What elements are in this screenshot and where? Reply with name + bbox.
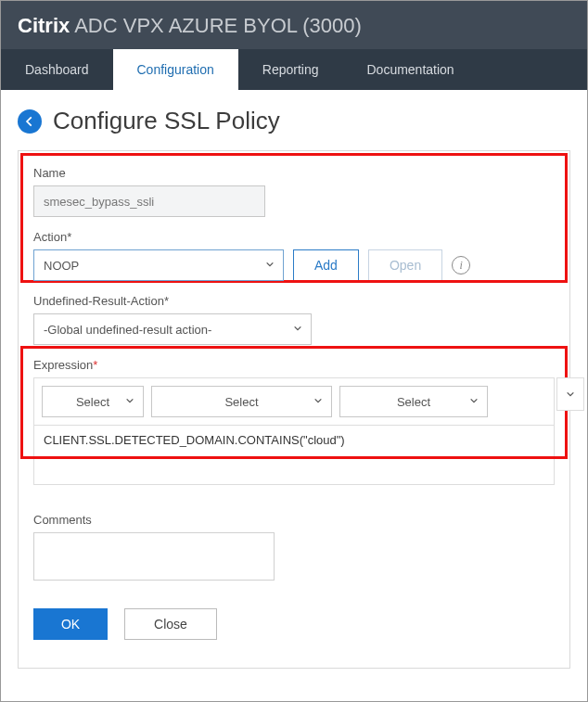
expression-overflow-select[interactable]	[556, 377, 584, 411]
tab-configuration[interactable]: Configuration	[113, 49, 238, 90]
tab-dashboard[interactable]: Dashboard	[1, 49, 113, 90]
comments-label: Comments	[33, 513, 555, 527]
undef-select[interactable]	[33, 313, 312, 345]
brand-rest: ADC VPX AZURE BYOL (3000)	[70, 14, 362, 37]
undef-label: Undefined-Result-Action*	[33, 294, 555, 308]
action-label: Action*	[33, 230, 555, 244]
add-button[interactable]: Add	[293, 249, 359, 281]
expression-label: Expression*	[33, 358, 555, 372]
close-button[interactable]: Close	[124, 608, 217, 640]
expression-select-3[interactable]	[339, 386, 488, 417]
main-tabs: Dashboard Configuration Reporting Docume…	[1, 49, 587, 90]
form-box: Name Action* Add Open i Undefined-Result…	[18, 150, 570, 669]
expression-select-2[interactable]	[151, 386, 332, 417]
expression-select-1[interactable]	[42, 386, 144, 417]
brand-strong: Citrix	[18, 14, 70, 37]
back-button[interactable]	[18, 109, 42, 134]
name-input	[33, 185, 265, 217]
comments-textarea[interactable]	[33, 532, 275, 581]
tab-reporting[interactable]: Reporting	[238, 49, 343, 90]
open-button: Open	[368, 249, 442, 281]
page-body: Configure SSL Policy Name Action* Add Op…	[1, 90, 587, 685]
info-icon[interactable]: i	[452, 256, 470, 274]
expression-selector-row	[33, 377, 555, 426]
ok-button[interactable]: OK	[33, 608, 108, 640]
action-select[interactable]	[33, 249, 284, 281]
topbar: Citrix ADC VPX AZURE BYOL (3000)	[1, 1, 587, 49]
expression-textarea[interactable]	[33, 426, 555, 485]
name-label: Name	[33, 166, 555, 180]
page-title: Configure SSL Policy	[53, 107, 280, 135]
tab-documentation[interactable]: Documentation	[342, 49, 478, 90]
